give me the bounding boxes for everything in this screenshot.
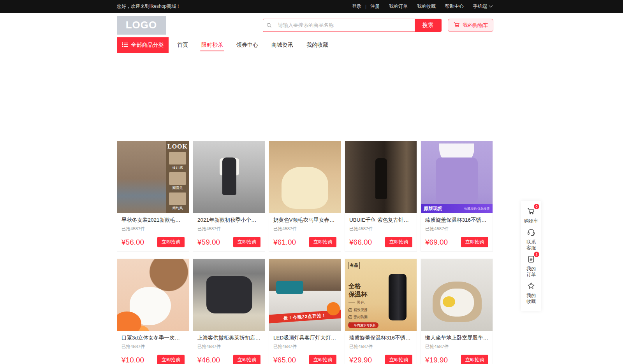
page: 您好，欢迎来到likeshop商城！ 登录 | 注册 我的订单 我的收藏 帮助中… [0, 0, 623, 364]
product-sold: 已抢4587件 [121, 344, 185, 350]
product-card[interactable]: 懒人坐垫地上卧室屁股垫子办... 已抢4587件 ¥19.90 立即抢购 [421, 259, 493, 364]
main-nav: 全部商品分类 首页 限时秒杀 领券中心 商城资讯 我的收藏 [117, 37, 493, 53]
product-title: 懒人坐垫地上卧室屁股垫子办... [425, 334, 488, 341]
buy-now-button[interactable]: 立即抢购 [233, 237, 260, 247]
sidebar-item-customer-service[interactable]: 联系 客服 [526, 227, 536, 251]
sidebar-item-orders[interactable]: 1 我的 订单 [526, 254, 536, 278]
product-sold: 已抢4587件 [425, 226, 488, 232]
overlay-seal: 一年内漏水可换新 [348, 322, 378, 328]
product-title: UBUIE千鱼 紫色复古针织衫马... [349, 217, 412, 224]
product-card[interactable]: 抢！今晚22点开抢！ LED吸顶灯具客厅灯大灯主卧... 已抢4587件 ¥65… [269, 259, 341, 364]
image-overlay: 原版现货 收藏加购 优先发货 [421, 204, 493, 213]
buy-now-button[interactable]: 立即抢购 [385, 355, 412, 364]
headset-icon [526, 227, 536, 237]
buy-now-button[interactable]: 立即抢购 [461, 355, 488, 364]
sidebar-item-cart[interactable]: 0 购物车 [524, 206, 538, 224]
buy-now-button[interactable]: 立即抢购 [309, 355, 336, 364]
my-cart-button[interactable]: 我的购物车 [448, 19, 493, 32]
product-sold: 已抢4587件 [349, 344, 412, 350]
search-icon [263, 19, 275, 32]
category-list-icon [122, 42, 128, 49]
sidebar-label: 联系 客服 [526, 239, 536, 251]
topbar: 您好，欢迎来到likeshop商城！ 登录 | 注册 我的订单 我的收藏 帮助中… [0, 0, 623, 13]
product-card[interactable]: 奶黄色V领毛衣马甲女春秋慵懒... 已抢4587件 ¥61.00 立即抢购 [269, 141, 341, 252]
overlay-tag: 潮流范 [172, 186, 183, 191]
sidebar-item-favorites[interactable]: 我的 收藏 [526, 281, 536, 305]
buy-now-button[interactable]: 立即抢购 [157, 237, 185, 247]
product-price: ¥29.90 [349, 356, 372, 364]
product-image: 原版现货 收藏加购 优先发货 [421, 141, 493, 213]
image-overlay: LOOK 设计感 潮流范 简约风 [166, 141, 189, 213]
all-categories-label: 全部商品分类 [131, 42, 164, 49]
overlay-title: 全格 保温杯 [348, 282, 367, 299]
product-price: ¥65.00 [273, 356, 296, 364]
product-image [345, 141, 417, 213]
product-title: 2021年新款初秋季小个子马甲... [197, 217, 260, 224]
product-image [193, 141, 265, 213]
search-button[interactable]: 搜索 [415, 19, 441, 32]
product-sold: 已抢4587件 [273, 226, 336, 232]
topbar-divider: | [365, 4, 366, 9]
product-card[interactable]: 口罩3d立体女冬季一次性口罩 已抢4587件 ¥10.00 立即抢购 [117, 259, 189, 364]
sidebar-label: 我的 收藏 [526, 293, 536, 305]
welcome-text: 您好，欢迎来到likeshop商城！ [117, 3, 181, 10]
topbar-link-mobile[interactable]: 手机端 [473, 3, 492, 10]
sidebar-label: 购物车 [524, 218, 538, 224]
topbar-link-login[interactable]: 登录 [352, 3, 361, 10]
buy-now-button[interactable]: 立即抢购 [157, 355, 185, 364]
logo[interactable]: LOGO [117, 16, 166, 35]
search-input[interactable] [275, 19, 415, 32]
product-card[interactable]: 上海客供撤柜奥莱折扣店outlets 已抢4587件 ¥46.00 立即抢购 [193, 259, 265, 364]
overlay-feature: ✓密封防漏 [348, 315, 370, 320]
product-title: 早秋冬女装2021新款毛衣盐系... [121, 217, 185, 224]
overlay-banner-left: 原版现货 [424, 205, 442, 212]
star-icon [526, 281, 536, 291]
nav-item-news[interactable]: 商城资讯 [265, 37, 300, 53]
product-price: ¥69.00 [425, 238, 448, 247]
overlay-feature: ✓精致便携 [348, 308, 370, 313]
product-price: ¥61.00 [273, 238, 296, 247]
product-card[interactable]: 有品 全格 保温杯 黑色 ✓精致便携 ✓密封防漏 ✓316不锈钢 一年内漏水可换… [345, 259, 417, 364]
chevron-down-icon [489, 4, 493, 8]
product-image [269, 141, 341, 213]
nav-item-seckill[interactable]: 限时秒杀 [195, 37, 230, 53]
all-categories-button[interactable]: 全部商品分类 [117, 37, 169, 53]
product-sold: 已抢4587件 [197, 226, 260, 232]
product-sold: 已抢4587件 [197, 344, 260, 350]
product-card[interactable]: 2021年新款初秋季小个子马甲... 已抢4587件 ¥59.00 立即抢购 [193, 141, 265, 252]
buy-now-button[interactable]: 立即抢购 [385, 237, 412, 247]
overlay-ribbon-text: 抢！今晚22点开抢！ [283, 312, 326, 321]
image-decor [443, 296, 455, 307]
cart-badge: 0 [534, 204, 539, 209]
nav-links: 首页 限时秒杀 领券中心 商城资讯 我的收藏 [171, 37, 335, 53]
product-price: ¥56.00 [121, 238, 144, 247]
topbar-link-orders[interactable]: 我的订单 [389, 3, 408, 10]
check-icon: ✓ [348, 308, 352, 312]
topbar-link-help[interactable]: 帮助中心 [445, 3, 464, 10]
header: LOGO 搜索 我的购物车 [117, 13, 623, 37]
nav-item-favorites[interactable]: 我的收藏 [300, 37, 335, 53]
product-price: ¥66.00 [349, 238, 372, 247]
product-title: 奶黄色V领毛衣马甲女春秋慵懒... [273, 217, 336, 224]
nav-item-home[interactable]: 首页 [171, 37, 195, 53]
search-bar: 搜索 [263, 19, 442, 32]
product-card[interactable]: LOOK 设计感 潮流范 简约风 早秋冬女装2021新款毛衣盐系... 已抢45… [117, 141, 189, 252]
product-image: 抢！今晚22点开抢！ [269, 259, 341, 331]
buy-now-button[interactable]: 立即抢购 [233, 355, 260, 364]
product-card[interactable]: UBUIE千鱼 紫色复古针织衫马... 已抢4587件 ¥66.00 立即抢购 [345, 141, 417, 252]
product-card[interactable]: 原版现货 收藏加购 优先发货 臻质旋盖保温杯316不锈钢内胆... 已抢4587… [421, 141, 493, 252]
overlay-color: 黑色 [348, 300, 364, 305]
topbar-link-register[interactable]: 注册 [370, 3, 380, 10]
overlay-tag: 设计感 [172, 165, 183, 170]
buy-now-button[interactable]: 立即抢购 [309, 237, 336, 247]
cart-icon [453, 21, 460, 29]
product-price: ¥46.00 [197, 356, 220, 364]
topbar-link-favorites[interactable]: 我的收藏 [417, 3, 436, 10]
image-thumb [169, 172, 186, 185]
check-icon: ✓ [348, 315, 352, 319]
product-grid: LOOK 设计感 潮流范 简约风 早秋冬女装2021新款毛衣盐系... 已抢45… [117, 141, 493, 364]
product-title: 臻质旋盖保温杯316不锈钢内胆... [349, 334, 412, 341]
product-title: 口罩3d立体女冬季一次性口罩 [121, 334, 185, 341]
buy-now-button[interactable]: 立即抢购 [461, 237, 488, 247]
nav-item-coupons[interactable]: 领券中心 [230, 37, 265, 53]
